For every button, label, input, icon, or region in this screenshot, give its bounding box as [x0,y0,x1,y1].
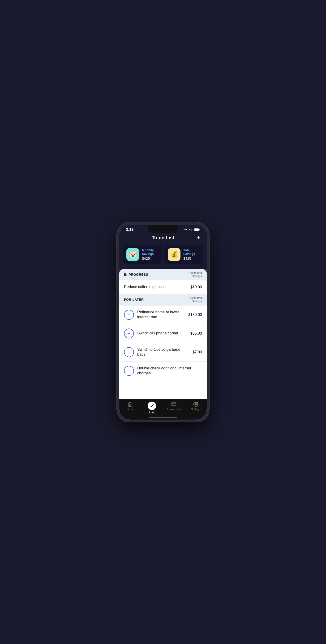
nav-todo-label: To-do [149,411,155,414]
monthly-savings-label: MonthlySavings [142,248,154,256]
phone-frame: 3:19 ···· To-do List + 🐷 [117,222,209,422]
money-bag-icon: 💰 [170,250,178,258]
item-costco-text: Switch to Costco garbage bags [137,347,189,357]
item-coffee[interactable]: Reduce coffee expenses $10.00 [119,280,207,294]
add-button[interactable]: + [197,234,200,241]
in-progress-title: IN PROGRESS [124,273,148,276]
status-time: 3:19 [126,228,134,232]
monthly-savings-icon-wrap: 🐷 [126,248,139,261]
total-savings-card[interactable]: 💰 TotalSavings $425 [164,245,203,264]
for-later-estimated-label: EstimatedSavings [189,296,202,303]
nav-home-label: Home [127,408,134,410]
nav-settings-label: Settings [191,408,200,410]
svg-point-4 [195,404,196,405]
summary-cards: 🐷 MonthlySavings $425 💰 TotalSavings $42… [119,245,207,269]
add-cell-phone-button[interactable]: + [124,328,134,338]
add-refinance-button[interactable]: + [124,310,134,320]
main-content: IN PROGRESS EstimatedSavings Reduce coff… [119,269,207,420]
home-icon [128,402,133,407]
item-refinance[interactable]: + Refinance home at lower interest rate … [119,306,207,324]
nav-transactions-label: Transactions [166,408,181,410]
in-progress-estimated-label: EstimatedSavings [189,271,202,278]
item-coffee-value: $10.00 [190,285,202,289]
item-cell-phone[interactable]: + Switch cell phone carrier $35.00 [119,324,207,343]
item-cell-phone-text: Switch cell phone carrier [137,331,187,336]
battery-icon [194,228,200,231]
item-costco[interactable]: + Switch to Costco garbage bags $7.00 [119,343,207,362]
wifi-icon [188,228,193,231]
nav-home[interactable]: Home [123,402,137,414]
total-savings-label: TotalSavings [183,248,195,256]
item-coffee-text: Reduce coffee expenses [124,284,187,290]
for-later-title: FOR LATER [124,298,144,302]
svg-rect-2 [172,402,176,406]
monthly-savings-card[interactable]: 🐷 MonthlySavings $425 [123,245,162,264]
item-cell-phone-value: $35.00 [190,331,202,336]
item-refinance-text: Refinance home at lower interest rate [137,310,185,320]
for-later-header: FOR LATER EstimatedSavings [119,294,207,306]
item-internet-text: Double check additional internet charges [137,366,199,376]
total-savings-icon-wrap: 💰 [168,248,180,261]
settings-icon [193,402,198,407]
status-icons: ···· [183,228,200,231]
item-refinance-value: $150.00 [188,313,202,317]
signal-dots-icon: ···· [183,228,187,231]
page-title: To-do List [152,235,174,240]
total-savings-value: $425 [183,256,195,260]
svg-rect-1 [194,228,199,231]
item-costco-value: $7.00 [192,350,202,354]
nav-transactions[interactable]: Transactions [166,402,181,414]
add-internet-button[interactable]: + [124,366,134,376]
notch [148,225,178,233]
todo-active-circle [148,402,156,410]
total-savings-text: TotalSavings $425 [183,248,195,260]
piggy-bank-icon: 🐷 [129,250,137,258]
check-icon [150,404,154,408]
nav-settings[interactable]: Settings [189,402,203,414]
home-indicator [149,417,177,418]
item-internet[interactable]: + Double check additional internet charg… [119,362,207,380]
bottom-nav: Home To-do Transactions [119,399,207,420]
in-progress-header: IN PROGRESS EstimatedSavings [119,269,207,280]
monthly-savings-value: $425 [142,256,154,260]
transactions-icon [171,402,176,407]
monthly-savings-text: MonthlySavings $425 [142,248,154,260]
page-header: To-do List + [119,233,207,245]
nav-todo[interactable]: To-do [145,402,159,414]
add-costco-button[interactable]: + [124,347,134,357]
